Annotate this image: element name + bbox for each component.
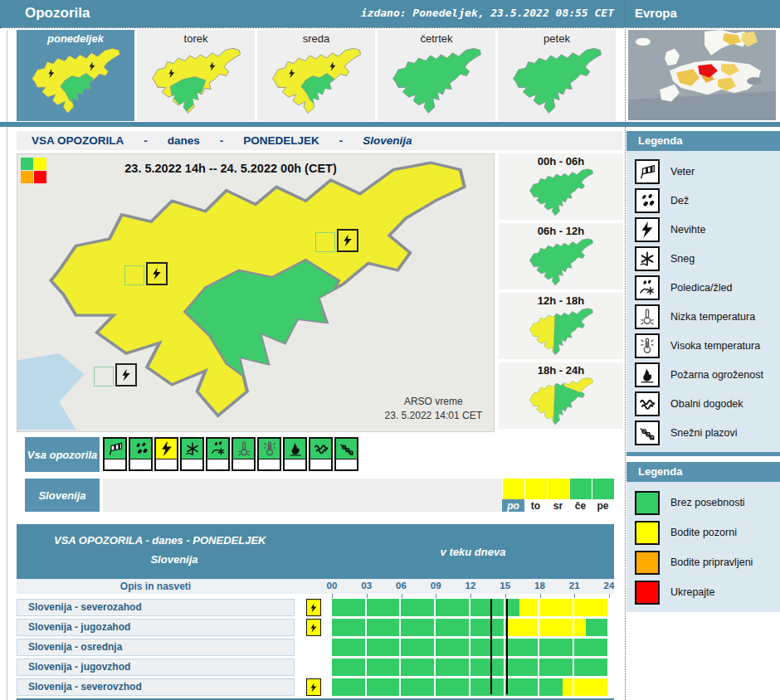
tab-petek[interactable]: petek [498,30,616,121]
slovenia-mini-map [386,47,487,117]
empty-warning-slot [315,232,335,252]
low-temp-icon [236,440,252,457]
legend-item-low-temp: Nizka temperatura [626,302,780,331]
warning-cell-coastal[interactable] [309,437,333,471]
hour-tick-label: 00 [327,581,338,591]
storm-icon [635,217,660,242]
warning-cell-fire[interactable] [283,437,307,471]
snow-icon [184,440,201,457]
coastal-icon [635,391,660,416]
slovenia-map-image [17,159,494,430]
tab-label: sreda [257,30,375,46]
level-label: Bodite pripravljeni [670,557,753,568]
legend-title: Legenda [626,131,780,151]
legend-item-avalanche: Snežni plazovi [626,418,780,447]
table-row: Slovenija - osrednja [17,639,609,656]
level-item-orange: Bodite pripravljeni [626,547,780,577]
region-label: Slovenija - severozahod [17,599,295,616]
snow-icon [635,246,660,271]
all-warnings-label: Vsa opozorila [25,437,100,472]
day-cell-label: po [502,499,524,512]
storm-warning-marker [337,229,358,252]
day-cell-po[interactable]: po [502,479,524,512]
region-label: Slovenija - osrednja [17,639,295,656]
map-credit-time: 23. 5.2022 14:01 CET [385,409,482,423]
timeslot-label: 00h - 06h [499,153,623,168]
empty-warning-slot [94,367,114,386]
timeline-gridlines [332,639,609,656]
day-cell-label: to [524,499,547,512]
timeslot-maps: 00h - 06h 06h - 12h 12h - 18h 18h - 24h [499,153,623,432]
day-cell-ce[interactable]: če [569,479,592,512]
yellow-level-swatch [635,521,660,545]
left-border-line [7,30,7,700]
day-tabs: ponedeljek torek sreda četrtek petek [17,30,619,121]
storm-icon [306,599,321,616]
legend-item-storm: Nevihte [626,215,780,244]
orange-level-swatch [635,551,660,575]
slovenia-mini-map [506,47,607,117]
windsock-icon [107,440,124,457]
slovenia-mini-map [517,308,605,357]
day-cell-sr[interactable]: sr [547,479,569,512]
table-header: VSA OPOZORILA - danes - PONEDELJEK Slove… [17,524,614,579]
legend-item-label: Dež [670,195,689,207]
tab-sreda[interactable]: sreda [257,30,375,121]
warning-cell-avalanche[interactable] [334,437,358,471]
warning-cell-high-temp[interactable] [257,437,281,471]
day-cell-pe[interactable]: pe [592,479,614,512]
timeline-bar [332,659,609,676]
warning-cell-ice[interactable] [206,437,230,471]
high-temp-icon [261,440,278,457]
legend-footer-bar [626,452,780,456]
section-divider-bar [0,122,780,127]
hour-tick-label: 15 [500,581,510,591]
symbols-legend: Legenda Veter Dež Nevihte Sneg Poledica/… [626,131,780,456]
timeslot-label: 12h - 18h [499,293,623,308]
timeline-bar [332,639,609,656]
tab-ponedeljek[interactable]: ponedeljek [17,30,134,121]
timeline-bar [332,599,609,616]
europe-warning-map[interactable] [628,30,776,120]
rain-icon [635,188,660,213]
day-cell-to[interactable]: to [524,479,547,512]
legend-item-fire: Požarna ogroženost [626,360,780,389]
tab-torek[interactable]: torek [137,30,255,121]
timeslot-06-12[interactable]: 06h - 12h [499,223,623,289]
red-level-swatch [635,581,660,605]
title-region: Slovenija [363,134,412,147]
table-right-title: v teku dneva [332,524,614,579]
tab-cetrtek[interactable]: četrtek [378,30,495,121]
region-label: Slovenija - jugozahod [17,619,295,636]
timeslot-12-18[interactable]: 12h - 18h [499,293,623,359]
legend-item-rain: Dež [626,186,780,215]
windsock-icon [635,159,660,184]
description-column-header: Opis in nasveti [17,579,295,594]
legend-item-snow: Sneg [626,244,780,273]
hour-tick-label: 24 [604,581,615,591]
legend-item-label: Obalni dogodek [670,398,743,410]
map-validity-period: 23. 5.2022 14h -- 24. 5.2022 00h (CET) [17,162,444,175]
all-warnings-row: Vsa opozorila [17,437,614,474]
hour-tick-marks [17,594,614,598]
warning-cell-low-temp[interactable] [232,437,256,471]
timeslot-00-06[interactable]: 00h - 06h [499,153,623,220]
timeslot-18-24[interactable]: 18h - 24h [499,362,623,429]
legend-item-high-temp: Visoka temperatura [626,331,780,360]
avalanche-icon [635,420,660,445]
current-time-marker [490,599,492,694]
warning-cell-storm[interactable] [154,437,178,471]
warning-cell-wind[interactable] [103,437,127,471]
storm-icon [158,440,175,457]
current-time-marker [506,599,508,694]
storm-warning-marker [115,363,137,386]
warning-cell-snow[interactable] [180,437,204,471]
divider [0,27,780,28]
hour-tick-label: 06 [396,581,407,591]
warning-cell-rain[interactable] [129,437,153,471]
hour-tick-label: 09 [431,581,441,591]
high-temp-icon [635,333,660,358]
slovenia-mini-map [517,238,605,288]
title-sep: - [339,134,344,147]
legend-item-label: Snežni plazovi [670,427,738,439]
